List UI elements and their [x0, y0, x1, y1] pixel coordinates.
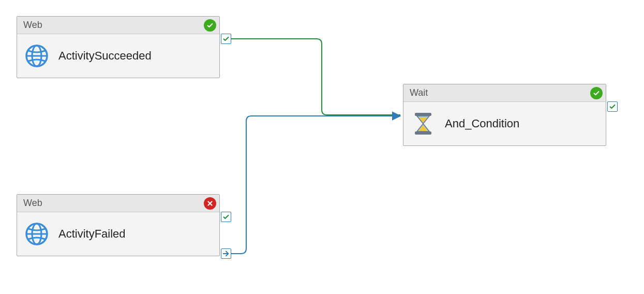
node-title: And_Condition [445, 117, 519, 130]
success-icon [204, 19, 216, 32]
node-title: ActivityFailed [58, 227, 126, 241]
hourglass-icon [411, 111, 436, 136]
globe-icon [24, 222, 49, 246]
dependency-handle-completion[interactable] [221, 248, 231, 259]
connector-success[interactable] [231, 39, 400, 115]
activity-node-failed[interactable]: Web ActivityFailed [17, 194, 220, 256]
node-header: Web [17, 195, 219, 212]
node-type-label: Web [23, 198, 42, 209]
activity-node-succeeded[interactable]: Web ActivitySucceeded [17, 16, 220, 78]
success-icon [590, 87, 603, 99]
status-badge [204, 19, 216, 32]
pipeline-canvas[interactable]: Web ActivitySucceeded [0, 0, 644, 294]
status-badge [204, 197, 216, 210]
node-body: And_Condition [403, 102, 606, 145]
node-type-label: Web [23, 20, 42, 31]
globe-icon [24, 43, 49, 68]
node-title: ActivitySucceeded [58, 49, 152, 63]
status-badge [590, 87, 603, 99]
svg-rect-8 [415, 131, 431, 135]
activity-node-wait[interactable]: Wait And_Condition [403, 84, 606, 146]
node-body: ActivityFailed [17, 212, 219, 256]
dependency-handle-success[interactable] [221, 212, 231, 222]
dependency-handle-success[interactable] [221, 34, 231, 44]
node-header: Wait [403, 84, 606, 102]
fail-icon [204, 197, 216, 210]
node-header: Web [17, 17, 219, 34]
node-type-label: Wait [410, 87, 428, 98]
node-body: ActivitySucceeded [17, 34, 219, 78]
connector-completion[interactable] [231, 116, 400, 254]
dependency-handle-success[interactable] [607, 101, 618, 112]
svg-rect-7 [415, 113, 431, 116]
